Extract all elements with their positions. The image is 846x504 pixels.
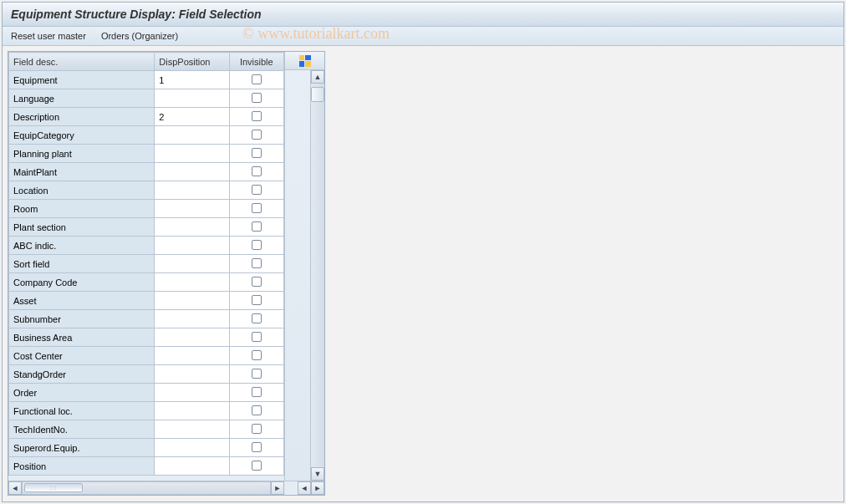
invisible-checkbox[interactable] — [252, 74, 262, 84]
cell-disp-position[interactable] — [155, 292, 229, 310]
invisible-checkbox[interactable] — [252, 258, 262, 268]
invisible-checkbox[interactable] — [252, 350, 262, 360]
cell-disp-position[interactable] — [155, 200, 229, 218]
cell-invisible[interactable] — [229, 384, 283, 402]
vertical-scroll-thumb[interactable] — [311, 87, 324, 102]
cell-disp-position[interactable] — [155, 347, 229, 365]
cell-field-desc[interactable]: Company Code — [9, 273, 155, 292]
cell-disp-position[interactable]: 2 — [155, 108, 229, 126]
cell-invisible[interactable] — [229, 145, 283, 163]
cell-invisible[interactable] — [229, 255, 283, 273]
cell-field-desc[interactable]: ABC indic. — [9, 237, 155, 255]
cell-disp-position[interactable]: 1 — [155, 71, 229, 89]
cell-disp-position[interactable] — [155, 255, 229, 273]
invisible-checkbox[interactable] — [252, 111, 262, 121]
cell-invisible[interactable] — [229, 71, 283, 89]
cell-disp-position[interactable] — [155, 439, 229, 457]
cell-field-desc[interactable]: Superord.Equip. — [9, 439, 155, 457]
invisible-checkbox[interactable] — [252, 185, 262, 195]
cell-invisible[interactable] — [229, 420, 283, 439]
cell-disp-position[interactable] — [155, 89, 229, 108]
cell-field-desc[interactable]: Room — [9, 200, 155, 218]
col-header-invisible[interactable]: Invisible — [229, 53, 283, 71]
cell-field-desc[interactable]: Planning plant — [9, 145, 155, 163]
scroll-right-button[interactable]: ► — [271, 481, 284, 495]
invisible-checkbox[interactable] — [252, 369, 262, 379]
cell-disp-position[interactable] — [155, 126, 229, 145]
horizontal-scroll-track[interactable]: ::: — [22, 481, 271, 495]
invisible-checkbox[interactable] — [252, 442, 262, 452]
cell-invisible[interactable] — [229, 292, 283, 310]
cell-disp-position[interactable] — [155, 218, 229, 237]
cell-field-desc[interactable]: Plant section — [9, 218, 155, 237]
cell-invisible[interactable] — [229, 237, 283, 255]
col-header-field-desc[interactable]: Field desc. — [9, 53, 155, 71]
scroll-left-button[interactable]: ◄ — [8, 481, 22, 495]
cell-invisible[interactable] — [229, 89, 283, 108]
cell-invisible[interactable] — [229, 310, 283, 328]
cell-disp-position[interactable] — [155, 365, 229, 384]
cell-disp-position[interactable] — [155, 163, 229, 181]
cell-field-desc[interactable]: EquipCategory — [9, 126, 155, 145]
invisible-checkbox[interactable] — [252, 295, 262, 305]
cell-field-desc[interactable]: Description — [9, 108, 155, 126]
cell-field-desc[interactable]: StandgOrder — [9, 365, 155, 384]
cell-invisible[interactable] — [229, 457, 283, 476]
invisible-checkbox[interactable] — [252, 148, 262, 158]
cell-invisible[interactable] — [229, 347, 283, 365]
horizontal-scroll-thumb[interactable]: ::: — [24, 483, 83, 492]
invisible-checkbox[interactable] — [252, 424, 262, 434]
cell-disp-position[interactable] — [155, 457, 229, 476]
cell-field-desc[interactable]: Location — [9, 181, 155, 200]
cell-field-desc[interactable]: Position — [9, 457, 155, 476]
cell-invisible[interactable] — [229, 328, 283, 347]
cell-field-desc[interactable]: TechIdentNo. — [9, 420, 155, 439]
cell-field-desc[interactable]: Subnumber — [9, 310, 155, 328]
invisible-checkbox[interactable] — [252, 461, 262, 471]
column-config-button[interactable] — [285, 52, 324, 70]
invisible-checkbox[interactable] — [252, 387, 262, 397]
cell-disp-position[interactable] — [155, 310, 229, 328]
cell-disp-position[interactable] — [155, 420, 229, 439]
cell-invisible[interactable] — [229, 439, 283, 457]
invisible-checkbox[interactable] — [252, 203, 262, 213]
cell-invisible[interactable] — [229, 108, 283, 126]
invisible-checkbox[interactable] — [252, 405, 262, 415]
vertical-scroll-track[interactable] — [311, 84, 324, 467]
col-header-disp-position[interactable]: DispPosition — [155, 53, 229, 71]
invisible-checkbox[interactable] — [252, 93, 262, 103]
cell-invisible[interactable] — [229, 273, 283, 292]
cell-disp-position[interactable] — [155, 181, 229, 200]
cell-field-desc[interactable]: Language — [9, 89, 155, 108]
horizontal-scrollbar[interactable]: ◄ ::: ► — [8, 481, 284, 495]
cell-field-desc[interactable]: Sort field — [9, 255, 155, 273]
scroll-left-button-2[interactable]: ◄ — [298, 481, 311, 495]
cell-disp-position[interactable] — [155, 273, 229, 292]
cell-field-desc[interactable]: Functional loc. — [9, 402, 155, 420]
cell-field-desc[interactable]: Asset — [9, 292, 155, 310]
invisible-checkbox[interactable] — [252, 240, 262, 250]
cell-disp-position[interactable] — [155, 237, 229, 255]
cell-disp-position[interactable] — [155, 328, 229, 347]
invisible-checkbox[interactable] — [252, 130, 262, 140]
invisible-checkbox[interactable] — [252, 221, 262, 232]
invisible-checkbox[interactable] — [252, 277, 262, 287]
vertical-scrollbar[interactable]: ▲ ▼ — [310, 70, 324, 481]
scroll-up-button[interactable]: ▲ — [311, 70, 324, 84]
scroll-down-button[interactable]: ▼ — [311, 467, 324, 481]
invisible-checkbox[interactable] — [252, 313, 262, 323]
cell-field-desc[interactable]: Order — [9, 384, 155, 402]
invisible-checkbox[interactable] — [252, 332, 262, 342]
cell-field-desc[interactable]: Cost Center — [9, 347, 155, 365]
cell-field-desc[interactable]: MaintPlant — [9, 163, 155, 181]
invisible-checkbox[interactable] — [252, 166, 262, 176]
scroll-right-button-2[interactable]: ► — [311, 481, 324, 495]
cell-invisible[interactable] — [229, 163, 283, 181]
cell-invisible[interactable] — [229, 200, 283, 218]
cell-invisible[interactable] — [229, 365, 283, 384]
cell-field-desc[interactable]: Equipment — [9, 71, 155, 89]
cell-invisible[interactable] — [229, 181, 283, 200]
cell-invisible[interactable] — [229, 126, 283, 145]
menu-orders-organizer[interactable]: Orders (Organizer) — [101, 31, 178, 41]
cell-disp-position[interactable] — [155, 402, 229, 420]
